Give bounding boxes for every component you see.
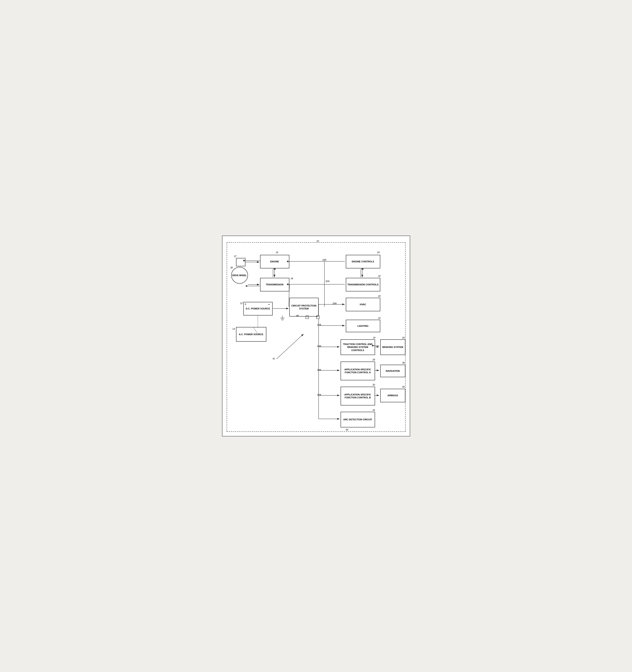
ref-22a: 22A xyxy=(317,323,321,326)
ref-32: 32 xyxy=(378,275,381,277)
box-arc: ARC DETECTION CIRCUIT xyxy=(340,412,375,427)
ref-41: 41 xyxy=(273,357,275,360)
box-ac-power: A.C. POWER SOURCE xyxy=(236,327,267,342)
ref-36: 36 xyxy=(230,266,233,269)
ref-24a: 24A xyxy=(317,345,321,347)
ref-32a: 32A xyxy=(326,280,330,283)
ref-18a: 18A xyxy=(322,259,327,261)
ground-symbol xyxy=(279,315,285,322)
diagram-page: 10 37 DRIVE WHEEL 36 ENGINE 16 ENGINE CO… xyxy=(222,236,410,436)
ref-30a: 30A xyxy=(317,393,321,396)
ref-12: 12 xyxy=(240,302,243,305)
ref-10: 10 xyxy=(317,240,319,242)
minus-symbol: − xyxy=(268,303,270,306)
box-transmission-controls: TRANSMISSION CONTROLS xyxy=(346,278,380,291)
ref-16: 16 xyxy=(276,251,278,254)
box-engine-controls: ENGINE CONTROLS xyxy=(346,255,380,268)
ref-22: 22 xyxy=(378,317,381,319)
box-small xyxy=(236,258,246,266)
plus-symbol: + xyxy=(245,303,247,306)
box-traction: TRACTION CONTROL AND BRAKING SYSTEM CONT… xyxy=(340,339,375,355)
ref-44: 44 xyxy=(373,409,375,411)
ref-24: 24 xyxy=(373,336,376,339)
box-app-b: APPLICATION SPECIFIC FUNCTION CONTROL B xyxy=(340,387,375,405)
box-app-a: APPLICATION SPECIFIC FUNCTION CONTROL A xyxy=(340,362,375,380)
box-engine: ENGINE xyxy=(260,255,289,268)
ref-46: 46 xyxy=(346,429,348,431)
box-transmission: TRANSMISSION xyxy=(260,278,289,291)
ref-28: 28 xyxy=(373,358,375,361)
box-braking: BRAKING SYSTEM xyxy=(380,339,405,355)
ref-20: 20 xyxy=(378,295,381,297)
ref-14: 14 xyxy=(232,328,235,330)
ref-48: 48 xyxy=(296,314,299,317)
box-drive-wheel: DRIVE WHEEL xyxy=(231,267,248,284)
box-hvac: HVAC xyxy=(346,298,380,311)
ref-20a: 20A xyxy=(333,302,337,305)
box-lighting: LIGHTING xyxy=(346,320,380,332)
ref-28a: 28A xyxy=(317,369,321,371)
ref-26: 26 xyxy=(402,336,405,339)
ref-49: 49 xyxy=(316,315,319,318)
box-circuit-protection: CIRCUIT PROTECTION SYSTEM xyxy=(289,298,319,316)
ref-30: 30 xyxy=(373,383,375,386)
box-airbags: AIRBAGS xyxy=(380,389,405,402)
ref-18: 18 xyxy=(377,251,380,254)
ref-34: 34 xyxy=(290,277,293,280)
ref-37: 37 xyxy=(234,255,236,258)
ref-42: 42 xyxy=(306,315,309,318)
box-navigation: NAVIGATION xyxy=(380,365,405,377)
ref-38: 38 xyxy=(402,362,405,364)
ref-40: 40 xyxy=(402,386,405,388)
